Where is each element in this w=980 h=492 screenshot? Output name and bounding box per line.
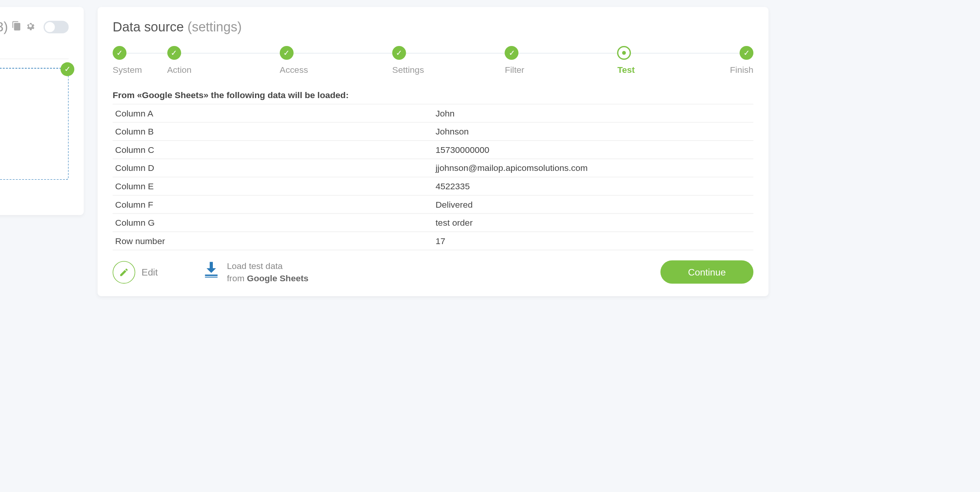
ds-row: Filterchange filter (0, 145, 60, 158)
table-cell-value: Delivered (433, 195, 753, 214)
step-access[interactable]: ✓Access (280, 46, 392, 75)
table-row: Column BJohnson (113, 122, 753, 141)
step-action[interactable]: ✓Action (167, 46, 280, 75)
table-cell-key: Row number (113, 232, 433, 250)
data-preview-table: Column AJohnColumn BJohnsonColumn C15730… (113, 104, 753, 250)
table-row: Column E4522335 (113, 177, 753, 195)
ds-row: ActionGet ROWS (all) (0, 108, 60, 120)
main-content: ? Settings Google Sheets Help 📹 Video Co… (0, 0, 789, 396)
connection-subtitle: GOOGLE SHEETS (0, 43, 69, 59)
gear-icon[interactable] (26, 21, 36, 33)
table-cell-key: Column C (113, 141, 433, 159)
table-cell-key: Column F (113, 195, 433, 214)
table-row: Row number17 (113, 232, 753, 250)
check-icon: ✓ (60, 62, 74, 76)
table-row: Column Gtest order (113, 213, 753, 232)
connection-card: Connection (ID: 45683) GOOGLE SHEETS ✓ 1… (0, 7, 84, 215)
step-label: Finish (730, 65, 753, 75)
table-cell-key: Column D (113, 159, 433, 177)
step-label: Filter (505, 65, 617, 75)
load-source: Google Sheets (247, 272, 309, 282)
step-dot (617, 46, 631, 60)
step-finish[interactable]: ✓Finish (730, 46, 753, 75)
load-test-data-button[interactable]: Load test data from Google Sheets (202, 260, 309, 284)
table-cell-value: 17 (433, 232, 753, 250)
table-cell-value: 15730000000 (433, 141, 753, 159)
load-line1: Load test data (227, 261, 309, 272)
table-row: Column FDelivered (113, 195, 753, 214)
continue-button[interactable]: Continue (660, 260, 753, 284)
stepper: ✓System✓Action✓Access✓Settings✓FilterTes… (113, 46, 753, 75)
table-cell-key: Column A (113, 104, 433, 123)
table-cell-key: Column G (113, 213, 433, 232)
step-filter[interactable]: ✓Filter (505, 46, 617, 75)
step-dot: ✓ (113, 46, 126, 60)
ds-row: SystemGoogle Sheets (0, 95, 60, 108)
data-source-settings-card: Data source (settings) ✓System✓Action✓Ac… (98, 7, 769, 296)
step-label: System (113, 65, 142, 75)
ds-settings-title: Data source (113, 20, 184, 34)
step-test[interactable]: Test (617, 46, 730, 75)
table-cell-value: jjohnson@mailop.apicomsolutions.com (433, 159, 753, 177)
ds-row: Testcheck (0, 158, 60, 171)
step-dot: ✓ (167, 46, 181, 60)
ds-settings-subtitle: (settings) (188, 20, 242, 34)
data-source-box[interactable]: ✓ 1 DATA SOURCE SystemGoogle SheetsActio… (0, 68, 69, 180)
table-cell-value: 4522335 (433, 177, 753, 195)
ds-row: AccessAndrii Mav (0, 120, 60, 133)
step-settings[interactable]: ✓Settings (392, 46, 505, 75)
edit-label: Edit (142, 267, 158, 277)
data-preview-title: From «Google Sheets» the following data … (113, 90, 753, 100)
pencil-icon (113, 261, 135, 283)
step-dot: ✓ (392, 46, 406, 60)
table-cell-value: test order (433, 213, 753, 232)
table-row: Column C15730000000 (113, 141, 753, 159)
connection-id: (ID: 45683) (0, 20, 8, 34)
step-dot: ✓ (280, 46, 294, 60)
table-cell-key: Column E (113, 177, 433, 195)
step-label: Settings (392, 65, 505, 75)
toggle-switch[interactable] (44, 21, 69, 33)
table-row: Column AJohn (113, 104, 753, 123)
copy-icon[interactable] (12, 21, 22, 33)
step-label: Action (167, 65, 280, 75)
table-cell-value: Johnson (433, 122, 753, 141)
step-system[interactable]: ✓System (113, 46, 167, 75)
step-label: Test (617, 65, 730, 75)
ds-row: Settingschange settings (0, 133, 60, 145)
step-label: Access (280, 65, 392, 75)
step-dot: ✓ (740, 46, 753, 60)
table-cell-value: John (433, 104, 753, 123)
table-row: Column Djjohnson@mailop.apicomsolutions.… (113, 159, 753, 177)
edit-button[interactable]: Edit (113, 261, 158, 283)
download-icon (202, 260, 220, 284)
step-dot: ✓ (505, 46, 519, 60)
table-cell-key: Column B (113, 122, 433, 141)
